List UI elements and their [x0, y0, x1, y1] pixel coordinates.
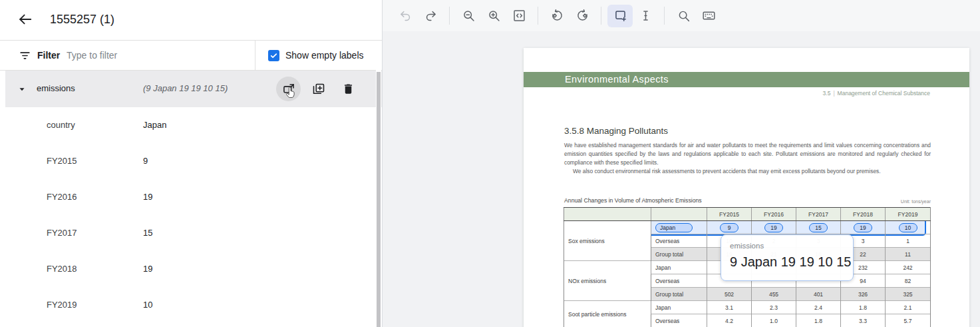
table-caption-row: Annual Changes in Volume of Atmospheric …	[564, 197, 931, 204]
table-row-sox-japan: Sox emissionsJapan919151910	[564, 221, 931, 234]
row-label-cell: Overseas	[651, 314, 707, 327]
label-group-actions	[276, 77, 361, 101]
table-cell: 3.1	[707, 301, 752, 314]
fit-to-width-icon	[512, 9, 526, 23]
table-unit: Unit: tons/year	[901, 199, 931, 204]
keyboard-shortcuts-button[interactable]	[696, 5, 721, 27]
field-value[interactable]: 15	[143, 228, 152, 238]
year-header-FY2016: FY2016	[752, 208, 796, 221]
zoom-in-button[interactable]	[481, 5, 506, 27]
zoom-in-icon	[487, 9, 501, 23]
annotation-box[interactable]: 19	[854, 223, 872, 232]
duplicate-label-button[interactable]	[306, 77, 331, 101]
table-cell: 455	[752, 288, 796, 301]
label-group-row-emissions[interactable]: emissions (9 Japan 19 19 10 15)	[5, 71, 382, 107]
field-value[interactable]: 19	[143, 264, 152, 274]
app-window: 1555257 (1) Filter Show empty labels emi…	[0, 0, 980, 327]
field-value[interactable]: 9	[143, 156, 148, 166]
delete-label-button[interactable]	[336, 77, 361, 101]
table-row-soot-japan: Soot particle emissionsJapan3.12.32.41.8…	[564, 301, 931, 314]
select-text-button[interactable]	[633, 5, 658, 27]
document-viewer-pane: Environmental Aspects 3.5|Management of …	[383, 0, 980, 327]
field-value[interactable]: Japan	[143, 120, 166, 130]
category-cell: NOx emissions	[564, 261, 651, 301]
undo-button[interactable]	[393, 5, 418, 27]
table-cell: 1.0	[752, 314, 796, 327]
annotation-box[interactable]: Japan	[655, 223, 693, 232]
rotate-ccw-button[interactable]	[544, 5, 570, 27]
fit-to-width-button[interactable]	[506, 5, 532, 27]
field-row-FY2019[interactable]: FY201910	[0, 287, 382, 323]
table-cell: 325	[886, 288, 931, 301]
filter-input[interactable]	[67, 46, 246, 65]
year-header-FY2019: FY2019	[886, 208, 931, 221]
zoom-out-button[interactable]	[456, 5, 481, 27]
field-key: FY2015	[47, 156, 77, 166]
annotation-box[interactable]: 10	[899, 223, 917, 232]
field-row-FY2017[interactable]: FY201715	[0, 215, 382, 251]
annotation-box[interactable]: 9	[720, 223, 738, 232]
panel-scrollbar-thumb[interactable]	[377, 72, 381, 327]
doc-paragraph-1: We have established management standards…	[564, 141, 931, 167]
table-cell: 82	[886, 274, 931, 288]
table-cell: 10	[886, 221, 931, 234]
field-key: FY2019	[47, 300, 77, 310]
rotate-ccw-icon	[550, 9, 564, 23]
redo-button[interactable]	[418, 5, 443, 27]
field-row-FY2018[interactable]: FY201819	[0, 251, 382, 287]
doc-section-name: Management of Chemical Substance	[838, 90, 930, 97]
rotate-cw-icon	[575, 9, 589, 23]
viewer-toolbar	[383, 0, 980, 31]
tooltip-value: 9 Japan 19 19 10 15	[730, 254, 844, 270]
toolbar-separator	[538, 7, 538, 25]
subhead-divider: |	[833, 90, 834, 97]
redo-icon	[424, 9, 438, 23]
back-button[interactable]	[13, 8, 37, 32]
row-label-cell: Japan	[651, 301, 707, 314]
table-cell: 4.2	[707, 314, 752, 327]
add-bounding-box-button[interactable]	[607, 5, 633, 27]
field-row-FY2015[interactable]: FY20159	[0, 143, 382, 179]
search-button[interactable]	[671, 5, 696, 27]
delete-icon	[342, 83, 355, 95]
label-group-summary: (9 Japan 19 19 10 15)	[143, 83, 228, 93]
field-value[interactable]: 10	[143, 300, 152, 310]
field-row-country[interactable]: countryJapan	[0, 107, 382, 143]
table-cell: 19	[841, 221, 886, 234]
category-cell: Sox emissions	[564, 221, 651, 261]
duplicate-label-icon	[312, 83, 325, 96]
year-header-FY2017: FY2017	[796, 208, 841, 221]
table-cell: 326	[841, 288, 886, 301]
annotation-box[interactable]: 15	[809, 223, 828, 232]
show-empty-labels-checkbox[interactable]	[268, 50, 279, 61]
apply-label-button[interactable]	[276, 77, 301, 101]
document-page[interactable]: Environmental Aspects 3.5|Management of …	[524, 48, 969, 327]
keyboard-shortcuts-icon	[702, 9, 716, 23]
table-cell: 401	[796, 288, 841, 301]
field-key: FY2017	[47, 228, 77, 238]
table-cell: 242	[886, 261, 931, 274]
year-header-FY2018: FY2018	[841, 208, 886, 221]
doc-heading: 3.5.8 Managing Pollutants	[564, 126, 668, 136]
doc-paragraph-2: We also conduct environmental risk asses…	[564, 167, 931, 176]
annotation-tooltip: emissions 9 Japan 19 19 10 15	[721, 234, 854, 281]
table-cell: 5.7	[886, 314, 931, 327]
category-cell: Soot particle emissions	[564, 301, 651, 327]
arrow-left-icon	[18, 12, 33, 27]
field-row-FY2016[interactable]: FY201619	[0, 179, 382, 215]
table-cell: 11	[886, 248, 931, 261]
row-label-cell: Overseas	[651, 274, 707, 288]
rotate-cw-button[interactable]	[570, 5, 595, 27]
panel-scrollbar	[376, 41, 381, 327]
undo-icon	[399, 9, 412, 23]
field-value[interactable]: 19	[143, 192, 152, 202]
table-cell: 19	[752, 221, 796, 234]
toolbar-separator	[449, 7, 450, 25]
annotation-box[interactable]: 19	[764, 223, 783, 232]
table-cell: 502	[707, 288, 752, 301]
chevron-down-icon[interactable]	[17, 85, 27, 97]
row-label-cell: Group total	[651, 288, 707, 301]
row-label-cell: Japan	[651, 221, 707, 234]
table-cell: 1.8	[841, 301, 886, 314]
toolbar-separator	[664, 7, 665, 25]
